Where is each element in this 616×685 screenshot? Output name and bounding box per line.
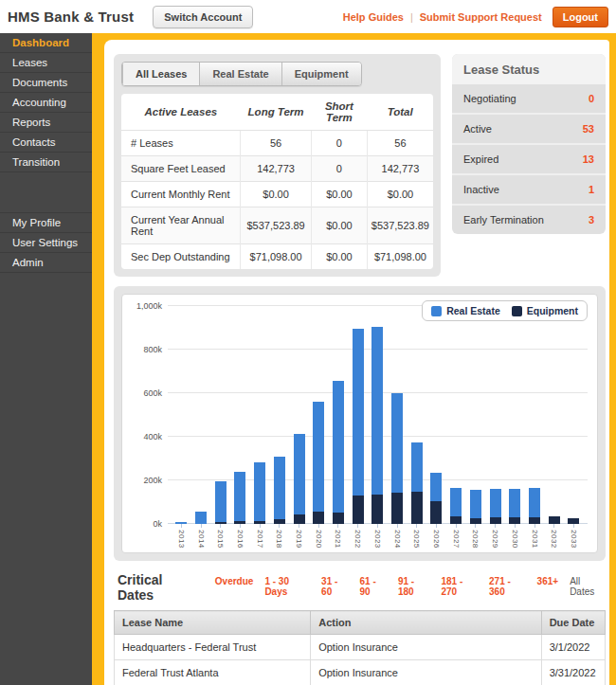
- equipment-segment: [294, 514, 305, 524]
- bar-2024[interactable]: [391, 393, 403, 524]
- bar-2031[interactable]: [529, 488, 540, 524]
- x-axis-slot: 2022: [353, 524, 364, 549]
- lease-status-row[interactable]: Expired 13: [452, 143, 606, 173]
- filters-links: Overdue 1 - 30 Days 31 - 60 61 - 90 91 -…: [215, 576, 558, 597]
- critical-dates-filters: Overdue 1 - 30 Days 31 - 60 61 - 90 91 -…: [215, 576, 606, 597]
- bar-2022[interactable]: [353, 329, 364, 524]
- sidebar-item[interactable]: Admin: [0, 253, 92, 273]
- lease-type-tab[interactable]: All Leases: [122, 63, 199, 85]
- sidebar-item[interactable]: My Profile: [0, 213, 92, 233]
- bar-2015[interactable]: [215, 481, 226, 524]
- date-filter-link[interactable]: 91 - 180: [398, 576, 430, 597]
- short-term-value: 0: [312, 131, 368, 156]
- sidebar-item[interactable]: Leases: [0, 53, 92, 73]
- x-axis-slot: 2028: [470, 524, 481, 549]
- critical-dates-body: Headquarters - Federal Trust Option Insu…: [115, 635, 606, 685]
- table-row[interactable]: Headquarters - Federal Trust Option Insu…: [115, 635, 606, 660]
- equipment-segment: [529, 517, 540, 524]
- sidebar-item[interactable]: User Settings: [0, 233, 92, 253]
- x-axis-tick-label: 2024: [393, 530, 402, 549]
- submit-support-request-link[interactable]: Submit Support Request: [420, 11, 542, 23]
- critical-dates-header: Critical Dates Overdue 1 - 30 Days 31 - …: [118, 572, 606, 603]
- lease-type-tab[interactable]: Equipment: [281, 63, 361, 85]
- bar-2019[interactable]: [294, 434, 305, 524]
- bar-2016[interactable]: [234, 472, 245, 524]
- col-short-term: Short Term: [312, 94, 368, 131]
- x-axis-tick-label: 2026: [432, 530, 441, 549]
- sidebar-item[interactable]: Contacts: [0, 133, 92, 153]
- real-estate-segment: [430, 473, 442, 501]
- bar-2030[interactable]: [509, 489, 520, 524]
- bar-2033[interactable]: [568, 518, 579, 524]
- date-filter-link[interactable]: 181 - 270: [441, 576, 478, 597]
- long-term-value: $0.00: [241, 182, 312, 207]
- x-axis-slot: 2020: [313, 524, 324, 549]
- x-axis-tick: [181, 524, 182, 528]
- status-label: Negotiating: [463, 93, 516, 104]
- date-filter-link[interactable]: 361+: [537, 576, 559, 597]
- x-axis-slot: 2026: [430, 524, 442, 549]
- sidebar-item[interactable]: Accounting: [0, 93, 92, 113]
- sidebar-item[interactable]: Documents: [0, 73, 92, 93]
- lease-status-row[interactable]: Negotiating 0: [452, 84, 606, 113]
- bar-2029[interactable]: [490, 489, 501, 524]
- total-value: 56: [367, 131, 433, 156]
- legend-item-real-estate[interactable]: Real Estate: [431, 305, 500, 316]
- date-filter-link[interactable]: 1 - 30 Days: [264, 576, 310, 597]
- total-value: $537,523.89: [367, 207, 433, 244]
- logout-button[interactable]: Logout: [553, 7, 608, 27]
- sidebar-item-label: Leases: [12, 57, 47, 68]
- real-estate-segment: [470, 490, 481, 518]
- bar-2013[interactable]: [175, 522, 187, 524]
- lease-status-row[interactable]: Inactive 1: [452, 173, 606, 204]
- bar-2028[interactable]: [470, 490, 481, 524]
- x-axis-tick: [377, 524, 378, 528]
- lease-type-tab[interactable]: Real Estate: [199, 63, 281, 85]
- legend-item-equipment[interactable]: Equipment: [512, 305, 578, 316]
- col-total: Total: [367, 94, 433, 131]
- bar-2032[interactable]: [549, 516, 560, 524]
- chart-area: Real EstateEquipment 0k200k400k600k800k1…: [121, 294, 598, 553]
- sidebar-item-label: Transition: [12, 156, 60, 168]
- status-count: 53: [583, 123, 594, 135]
- bar-2017[interactable]: [254, 462, 265, 524]
- date-filter-link[interactable]: 271 - 360: [489, 576, 526, 597]
- bar-2018[interactable]: [274, 457, 285, 524]
- real-estate-segment: [450, 488, 462, 516]
- short-term-value: 0: [312, 156, 368, 182]
- equipment-segment: [353, 496, 364, 524]
- sidebar-item[interactable]: Dashboard: [0, 33, 92, 53]
- help-guides-link[interactable]: Help Guides: [343, 11, 404, 23]
- sidebar-item[interactable]: Reports: [0, 113, 92, 133]
- bar-2027[interactable]: [450, 488, 462, 524]
- lease-expiration-chart-panel: Real EstateEquipment 0k200k400k600k800k1…: [114, 286, 606, 561]
- critical-dates-header-row: Lease Name Action Due Date: [115, 611, 606, 635]
- switch-account-button[interactable]: Switch Account: [153, 6, 253, 28]
- bar-2020[interactable]: [313, 402, 324, 524]
- table-row: Square Feet Leased 142,773 0 142,773: [121, 156, 433, 182]
- x-axis-tick: [201, 524, 202, 528]
- all-dates-filter[interactable]: All Dates: [570, 576, 606, 597]
- x-axis-tick-label: 2028: [471, 530, 480, 549]
- metric-label: Sec Dep Outstanding: [121, 244, 241, 270]
- x-axis-tick: [220, 524, 221, 528]
- real-estate-segment: [195, 512, 207, 524]
- bar-2014[interactable]: [195, 512, 207, 524]
- sidebar-item[interactable]: Transition: [0, 153, 92, 172]
- status-count: 13: [583, 153, 594, 165]
- date-filter-link[interactable]: Overdue: [215, 576, 254, 597]
- action-cell: Option Insurance: [311, 635, 541, 660]
- date-filter-link[interactable]: 61 - 90: [360, 576, 387, 597]
- bar-2026[interactable]: [430, 473, 442, 524]
- sidebar-item-label: Documents: [12, 77, 67, 88]
- date-filter-link[interactable]: 31 - 60: [321, 576, 348, 597]
- lease-status-row[interactable]: Active 53: [452, 113, 606, 143]
- status-label: Inactive: [463, 184, 499, 195]
- table-row[interactable]: Federal Trust Atlanta Option Insurance 3…: [115, 660, 606, 685]
- bar-2023[interactable]: [371, 327, 383, 524]
- total-value: $71,098.00: [367, 244, 433, 270]
- lease-status-row[interactable]: Early Termination 3: [452, 204, 606, 234]
- real-estate-segment: [391, 393, 403, 493]
- bar-2021[interactable]: [333, 381, 344, 524]
- bar-2025[interactable]: [411, 442, 423, 524]
